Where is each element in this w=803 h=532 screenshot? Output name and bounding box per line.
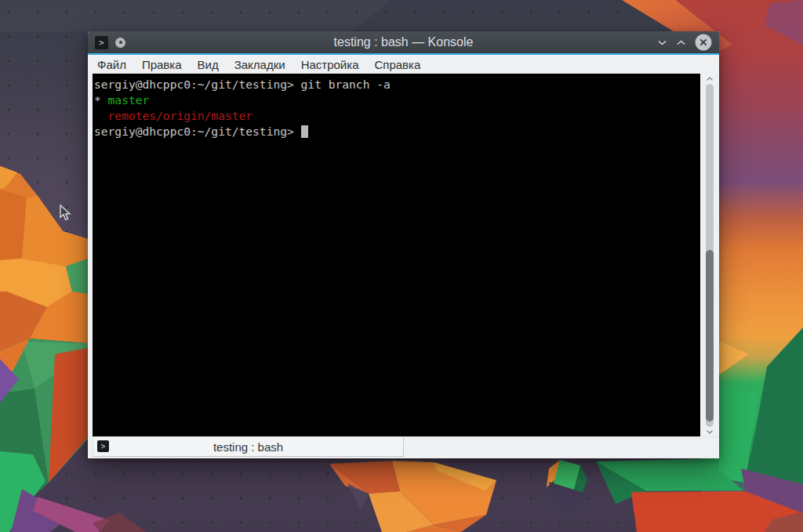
menu-edit[interactable]: Правка	[134, 58, 190, 71]
terminal-line: remotes/origin/master	[94, 108, 700, 124]
menu-bookmarks[interactable]: Закладки	[227, 58, 293, 71]
scroll-down-icon[interactable]	[706, 429, 714, 435]
menu-file[interactable]: Файл	[89, 58, 134, 71]
menu-help[interactable]: Справка	[366, 58, 428, 71]
mouse-cursor	[60, 204, 72, 225]
minimize-button[interactable]	[657, 39, 667, 46]
terminal-line: sergiy@dhcppc0:~/git/testing>	[94, 124, 700, 139]
scrollbar-thumb[interactable]	[706, 250, 714, 422]
scrollbar[interactable]	[700, 74, 719, 436]
title-bar[interactable]: > testing : bash — Konsole	[88, 31, 719, 53]
scrollbar-track[interactable]	[706, 84, 714, 427]
terminal-view[interactable]: sergiy@dhcppc0:~/git/testing> git branch…	[93, 74, 700, 436]
terminal-line: * master	[94, 92, 700, 108]
scroll-up-icon[interactable]	[706, 76, 714, 81]
close-button[interactable]	[695, 34, 712, 51]
menu-settings[interactable]: Настройка	[293, 58, 367, 71]
tab-terminal-icon: >	[97, 440, 109, 452]
menu-bar: Файл Правка Вид Закладки Настройка Справ…	[88, 55, 719, 74]
konsole-window: > testing : bash — Konsole Файл Правка В…	[88, 31, 719, 458]
menu-view[interactable]: Вид	[190, 58, 227, 71]
tab-bar: > testing : bash	[88, 436, 719, 457]
terminal-line: sergiy@dhcppc0:~/git/testing> git branch…	[94, 77, 700, 92]
tab-testing-bash[interactable]: > testing : bash	[93, 437, 404, 457]
maximize-button[interactable]	[676, 39, 686, 46]
tab-label: testing : bash	[213, 440, 283, 454]
window-title: testing : bash — Konsole	[88, 35, 719, 49]
terminal-cursor	[301, 125, 308, 138]
